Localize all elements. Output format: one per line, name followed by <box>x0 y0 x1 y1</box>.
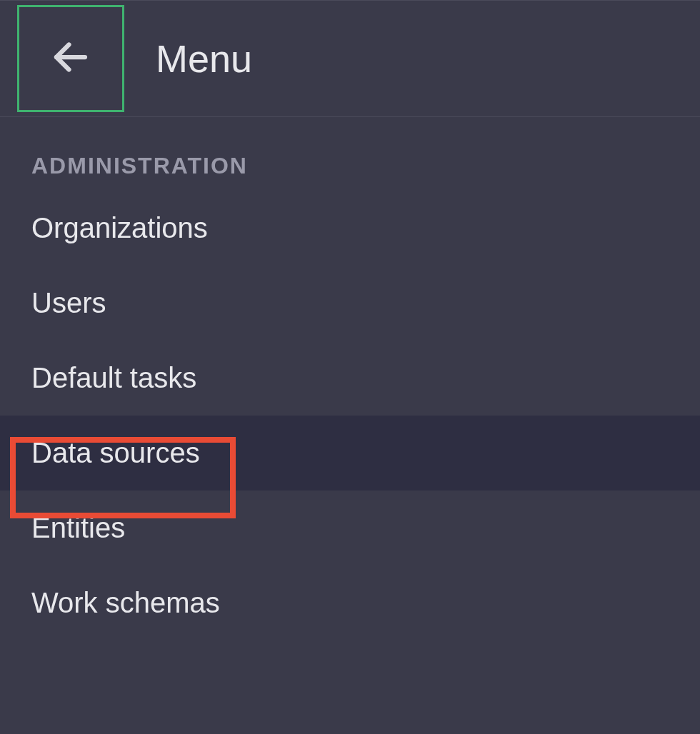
menu-item-label: Organizations <box>31 212 208 243</box>
menu-item-label: Entities <box>31 512 125 543</box>
menu-item-label: Users <box>31 287 106 318</box>
menu-item-users[interactable]: Users <box>0 266 700 341</box>
menu-list: Organizations Users Default tasks Data s… <box>0 191 700 640</box>
menu-item-work-schemas[interactable]: Work schemas <box>0 565 700 640</box>
menu-item-label: Default tasks <box>31 362 196 393</box>
back-button[interactable] <box>17 5 124 112</box>
section-header-administration: ADMINISTRATION <box>0 117 700 191</box>
menu-title: Menu <box>156 36 252 81</box>
menu-item-organizations[interactable]: Organizations <box>0 191 700 266</box>
menu-item-default-tasks[interactable]: Default tasks <box>0 341 700 416</box>
menu-item-entities[interactable]: Entities <box>0 491 700 565</box>
menu-item-data-sources[interactable]: Data sources <box>0 416 700 491</box>
menu-item-label: Data sources <box>31 437 200 468</box>
menu-item-label: Work schemas <box>31 587 220 618</box>
arrow-left-icon <box>49 36 92 81</box>
menu-header: Menu <box>0 0 700 117</box>
